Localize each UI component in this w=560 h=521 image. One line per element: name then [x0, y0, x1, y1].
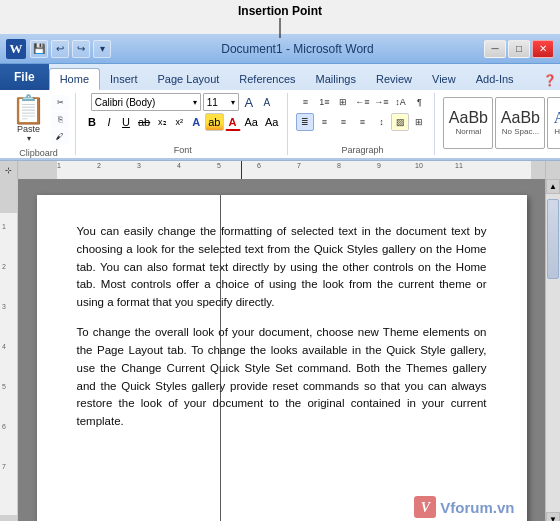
font-grow-button[interactable]: A	[241, 93, 257, 111]
undo-quick-btn[interactable]: ↩	[51, 40, 69, 58]
watermark: V Vforum.vn	[414, 496, 514, 519]
sort-button[interactable]: ↕A	[391, 93, 409, 111]
align-right-button[interactable]: ≡	[334, 113, 352, 131]
tab-review[interactable]: Review	[366, 68, 422, 90]
underline-button[interactable]: U	[118, 113, 134, 131]
clear-format-button[interactable]: Aa	[242, 113, 261, 131]
title-bar: W 💾 ↩ ↪ ▾ Document1 - Microsoft Word ─ □…	[0, 34, 560, 64]
text-effects-button[interactable]: A	[188, 113, 204, 131]
italic-button[interactable]: I	[101, 113, 117, 131]
font-label: Font	[174, 143, 192, 155]
tab-insert[interactable]: Insert	[100, 68, 148, 90]
font-group: Calibri (Body) ▾ 11 ▾ A A B I U ab x₂	[78, 93, 288, 155]
ruler-corner-btn[interactable]: ⊹	[0, 161, 18, 179]
ribbon: File Home Insert Page Layout References …	[0, 64, 560, 161]
bullets-button[interactable]: ≡	[296, 93, 314, 111]
shading-button[interactable]: ▨	[391, 113, 409, 131]
dropdown-quick-btn[interactable]: ▾	[93, 40, 111, 58]
strikethrough-button[interactable]: ab	[135, 113, 153, 131]
copy-button[interactable]: ⎘	[51, 112, 69, 128]
ruler-right-btn[interactable]	[545, 161, 560, 179]
scroll-up-button[interactable]: ▲	[546, 179, 560, 194]
show-marks-button[interactable]: ¶	[410, 93, 428, 111]
paragraph-group: ≡ 1≡ ⊞ ←≡ →≡ ↕A ¶ ≣ ≡ ≡ ≡ ↕ ▨ ⊞	[290, 93, 435, 155]
align-left-button[interactable]: ≣	[296, 113, 314, 131]
tab-addins[interactable]: Add-Ins	[466, 68, 524, 90]
format-painter-button[interactable]: 🖌	[51, 129, 69, 145]
word-icon: W	[6, 39, 26, 59]
font-color-button[interactable]: A	[225, 113, 241, 131]
tab-view[interactable]: View	[422, 68, 466, 90]
font-shrink-button[interactable]: A	[259, 93, 275, 111]
ribbon-tab-row: File Home Insert Page Layout References …	[0, 64, 560, 90]
page-area: You can easily change the formatting of …	[18, 179, 545, 521]
document-area: 1 2 3 4 5 6 7 You can easily change the …	[0, 179, 560, 521]
tab-page-layout[interactable]: Page Layout	[148, 68, 230, 90]
align-center-button[interactable]: ≡	[315, 113, 333, 131]
insertion-point-label: Insertion Point	[238, 4, 322, 18]
tab-references[interactable]: References	[229, 68, 305, 90]
close-button[interactable]: ✕	[532, 40, 554, 58]
decrease-indent-button[interactable]: ←≡	[353, 93, 371, 111]
cut-button[interactable]: ✂	[51, 95, 69, 111]
normal-style-box[interactable]: AaBb Normal	[443, 97, 493, 149]
ribbon-content: 📋 Paste ▾ ✂ ⎘ 🖌 Clipboard Calibri (Body)	[0, 90, 560, 160]
quick-access-toolbar: 💾 ↩ ↪ ▾	[30, 40, 111, 58]
font-size-select[interactable]: 11 ▾	[203, 93, 239, 111]
highlight-color-button[interactable]: ab	[205, 113, 223, 131]
increase-indent-button[interactable]: →≡	[372, 93, 390, 111]
justify-button[interactable]: ≡	[353, 113, 371, 131]
no-spacing-style-box[interactable]: AaBb No Spac...	[495, 97, 545, 149]
font-name-select[interactable]: Calibri (Body) ▾	[91, 93, 201, 111]
document-page[interactable]: You can easily change the formatting of …	[37, 195, 527, 521]
superscript-button[interactable]: x²	[171, 113, 187, 131]
change-case-button[interactable]: Aa	[262, 113, 281, 131]
numbering-button[interactable]: 1≡	[315, 93, 333, 111]
paragraph-1: You can easily change the formatting of …	[77, 223, 487, 312]
borders-button[interactable]: ⊞	[410, 113, 428, 131]
bold-button[interactable]: B	[84, 113, 100, 131]
watermark-text: Vforum.vn	[440, 496, 514, 519]
tab-mailings[interactable]: Mailings	[306, 68, 366, 90]
scroll-down-button[interactable]: ▼	[546, 512, 560, 521]
paste-button[interactable]: 📋 Paste ▾	[8, 93, 49, 146]
clipboard-label: Clipboard	[19, 146, 58, 158]
line-spacing-button[interactable]: ↕	[372, 113, 390, 131]
styles-group: AaBb Normal AaBb No Spac... AaBb Heading…	[437, 93, 560, 155]
paragraph-label: Paragraph	[341, 143, 383, 155]
tab-home[interactable]: Home	[49, 68, 100, 90]
window-title: Document1 - Microsoft Word	[111, 42, 484, 56]
vertical-scrollbar[interactable]: ▲ ▼	[545, 179, 560, 521]
ribbon-help-btn[interactable]: ❓	[540, 70, 560, 90]
save-quick-btn[interactable]: 💾	[30, 40, 48, 58]
ruler-area: ⊹ 1 2 3 4 5 6 7 8 9 10 11	[0, 161, 560, 179]
clipboard-group: 📋 Paste ▾ ✂ ⎘ 🖌 Clipboard	[2, 93, 76, 155]
tab-file[interactable]: File	[0, 64, 49, 90]
paragraph-2: To change the overall look of your docum…	[77, 324, 487, 431]
watermark-v-icon: V	[414, 496, 436, 518]
subscript-button[interactable]: x₂	[154, 113, 170, 131]
maximize-button[interactable]: □	[508, 40, 530, 58]
redo-quick-btn[interactable]: ↪	[72, 40, 90, 58]
minimize-button[interactable]: ─	[484, 40, 506, 58]
multilevel-button[interactable]: ⊞	[334, 93, 352, 111]
scroll-track[interactable]	[546, 194, 560, 512]
horizontal-ruler: 1 2 3 4 5 6 7 8 9 10 11	[18, 161, 545, 179]
heading1-style-box[interactable]: AaBb Heading 1	[547, 97, 560, 149]
scroll-thumb[interactable]	[547, 199, 559, 279]
